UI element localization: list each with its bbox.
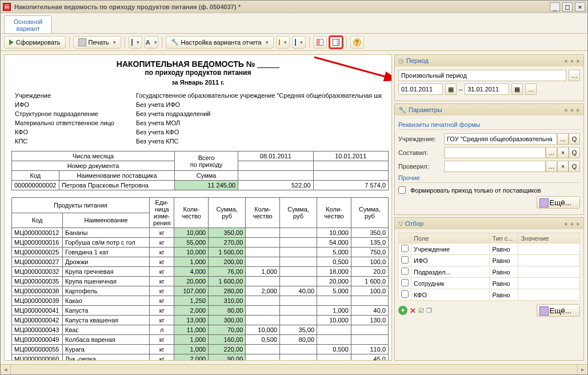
print-label: Печать [89, 39, 109, 46]
funnel-icon: ▽ [398, 220, 403, 228]
table-row: МЦ0000000025Говядина 1 каткг10,0001 500,… [12, 248, 389, 257]
compiled-select-button[interactable]: … [546, 147, 557, 158]
wrench-icon: 🔧 [398, 106, 406, 114]
params-header: Параметры [409, 106, 442, 113]
org-select-button[interactable]: … [557, 133, 569, 145]
report-period: за Январь 2011 г. [11, 79, 385, 86]
font-icon: A [146, 39, 150, 46]
report-info-table: УчреждениеГосударственное образовательно… [11, 90, 389, 146]
table-row: МЦ0000000055Курагакг1,000220,000,500110,… [12, 345, 389, 354]
params-more-button[interactable]: Ещё... [537, 196, 580, 209]
panel-nav[interactable]: « » » [565, 58, 580, 64]
suppliers-only-label: Формировать приход только от поставщиков [410, 187, 541, 194]
compiled-input[interactable] [444, 147, 546, 158]
columns-button[interactable] [313, 36, 327, 49]
filter-copy-icon[interactable]: ❐ [426, 307, 432, 314]
checked-open-button[interactable]: Q [569, 161, 580, 172]
help-button[interactable]: ? [350, 36, 364, 49]
maximize-button[interactable]: □ [562, 2, 573, 11]
period-panel: ◷ Период « » » … ▦ – ▦ [394, 54, 584, 101]
filter-delete-button[interactable]: ✕ [410, 306, 416, 315]
font-button[interactable]: A [145, 36, 158, 49]
horizontal-scrollbar[interactable]: ◂ ▸ [1, 364, 587, 374]
table-row: МЦ0000000043Квасл11,00070,0010,00035,00 [12, 325, 389, 335]
params-panel: 🔧 Параметры « » » Реквизиты печатной фор… [394, 103, 584, 215]
separator [309, 37, 310, 48]
report-title: НАКОПИТЕЛЬНАЯ ВЕДОМОСТЬ № _____ [11, 59, 385, 69]
folder-icon [279, 39, 280, 45]
filter-row[interactable]: УчреждениеРавно [399, 244, 580, 255]
wrench-icon: 🔧 [171, 38, 179, 46]
close-button[interactable]: ✕ [575, 2, 585, 11]
scroll-track[interactable] [11, 365, 577, 374]
panel-toggle-button[interactable] [329, 36, 343, 49]
filter-row[interactable]: СотрудникРавно [399, 278, 580, 289]
window-title: Накопительная ведомость по приходу проду… [14, 3, 550, 10]
period-type-input[interactable] [398, 70, 566, 81]
filter-grid[interactable]: Поле Тип с... Значение УчреждениеРавноИФ… [398, 233, 580, 301]
filter-panel: ▽ Отбор « » » Поле Тип с... Значение Учр… [394, 217, 584, 361]
filter-row[interactable]: Подраздел...Равно [399, 266, 580, 278]
period-type-select-button[interactable]: … [569, 70, 580, 81]
filter-row[interactable]: ИФОРавно [399, 255, 580, 266]
toolbar: Сформировать Печать A 🔧 Настройка вариан… [1, 34, 587, 51]
report-pane: НАКОПИТЕЛЬНАЯ ВЕДОМОСТЬ № _____ по прихо… [4, 54, 392, 361]
table-view-button[interactable] [129, 36, 142, 49]
compiled-open-button[interactable]: Q [569, 147, 580, 158]
period-header: Период [406, 57, 429, 64]
filter-row[interactable]: КФОРавно [399, 289, 580, 301]
side-pane: ◷ Период « » » … ▦ – ▦ [394, 54, 584, 361]
printer-icon [78, 38, 86, 46]
checked-input[interactable] [444, 161, 546, 172]
print-button[interactable]: Печать [73, 36, 121, 49]
panel-nav[interactable]: « » » [565, 221, 580, 227]
table-row: МЦ0000000035Крупа пшеничнаякг20,0001 600… [12, 277, 389, 286]
supplier-row: 000000000002 Петрова Прасковья Петровна … [12, 181, 389, 190]
generate-button[interactable]: Сформировать [4, 36, 66, 49]
filter-add-button[interactable]: + [398, 306, 407, 315]
panel-nav[interactable]: « » » [565, 107, 580, 113]
suppliers-only-checkbox[interactable] [398, 186, 406, 194]
date-from-picker[interactable]: ▦ [445, 83, 457, 95]
table-row: МЦ0000000032Крупа гречневаякг4,00076,001… [12, 267, 389, 277]
tab-main-variant[interactable]: Основной вариант [4, 15, 52, 33]
scroll-left-button[interactable]: ◂ [1, 365, 11, 374]
clock-icon: ◷ [398, 57, 404, 65]
diskette-icon [295, 39, 296, 46]
table-row: МЦ0000000016Горбуша св/м потр с голкг55,… [12, 238, 389, 248]
period-preset-button[interactable]: … [525, 83, 537, 95]
filter-more-button[interactable]: Ещё... [537, 304, 580, 317]
separator [346, 37, 347, 48]
table-row: МЦ0000000041Капустакг2,00080,001,00040,0 [12, 306, 389, 316]
play-icon [9, 39, 14, 45]
table-row: МЦ0000000039Какаокг1,250310,00 [12, 296, 389, 306]
date-to-input[interactable] [465, 83, 509, 95]
table-row: МЦ0000000038Картофелькг107,000280,002,00… [12, 286, 389, 296]
filter-check-icon[interactable]: ☑ [418, 307, 424, 314]
org-input[interactable] [444, 133, 557, 145]
minimize-button[interactable]: _ [550, 2, 560, 11]
side-panel-icon [333, 39, 339, 46]
app-icon: iii [3, 3, 11, 11]
generate-label: Сформировать [16, 39, 61, 46]
save-button[interactable] [292, 36, 306, 49]
compiled-clear-button[interactable]: × [557, 147, 569, 158]
date-to-picker[interactable]: ▦ [511, 83, 523, 95]
separator [162, 37, 162, 48]
variant-settings-button[interactable]: 🔧 Настройка варианта отчета [166, 36, 274, 49]
separator [125, 37, 125, 48]
help-icon: ? [353, 38, 361, 46]
table-row: МЦ0000000012Бананыкг10,000350,0010,00035… [12, 228, 389, 238]
table-row: МЦ0000000042Капуста квашенаякг13,000300,… [12, 316, 389, 325]
date-from-input[interactable] [398, 83, 443, 95]
open-button[interactable] [276, 36, 290, 49]
org-open-button[interactable]: Q [569, 133, 580, 145]
table-row: МЦ0000000049Колбаса варенаякг1,000160,00… [12, 335, 389, 345]
checked-select-button[interactable]: … [546, 161, 557, 172]
detail-table: Продукты питания Еди- ница изме- рения К… [11, 197, 389, 361]
checked-clear-button[interactable]: × [557, 161, 569, 172]
scroll-right-button[interactable]: ▸ [577, 365, 587, 374]
checked-label: Проверил: [398, 163, 444, 170]
titlebar: iii Накопительная ведомость по приходу п… [1, 1, 587, 13]
table-row: МЦ0000000060Лук -репкакг2,00090,0045,0 [12, 354, 389, 361]
